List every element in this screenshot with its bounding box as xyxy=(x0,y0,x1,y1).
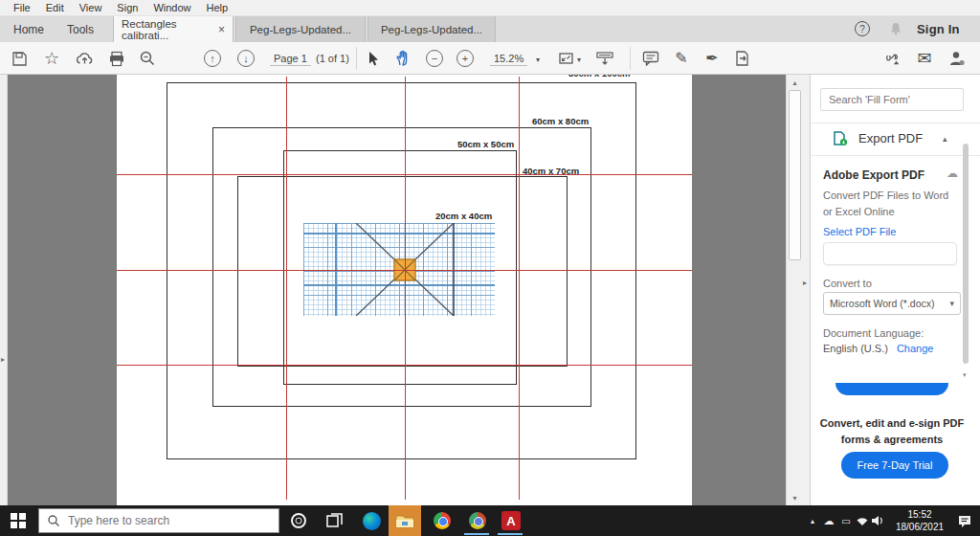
help-icon[interactable]: ? xyxy=(855,21,870,36)
fit-dropdown-icon[interactable]: ▾ xyxy=(577,56,581,64)
acrobat-icon[interactable]: A xyxy=(500,509,523,532)
panel-scrollbar[interactable]: ▾ xyxy=(962,124,969,397)
format-dropdown-value: Microsoft Word (*.docx) xyxy=(830,298,946,309)
wifi-icon[interactable] xyxy=(855,505,870,536)
page-number-input[interactable]: Page 1 xyxy=(270,53,311,66)
share-link-icon[interactable] xyxy=(882,49,902,68)
taskbar-search-input[interactable] xyxy=(68,514,250,527)
fill-form-search-input[interactable] xyxy=(820,88,964,111)
guide-line-vertical-center xyxy=(405,77,406,500)
tab-label: Rectangles calibrati... xyxy=(122,18,211,41)
change-language-link[interactable]: Change xyxy=(897,343,934,354)
comment-icon[interactable] xyxy=(641,49,660,68)
expand-left-panel-icon[interactable]: ▸ xyxy=(1,355,5,364)
fill-sign-icon[interactable]: ✒ xyxy=(702,49,722,68)
zoom-dropdown-icon[interactable]: ▾ xyxy=(536,56,540,64)
onedrive-cloud-icon[interactable]: ☁ xyxy=(821,505,836,536)
document-language-label: Document Language: xyxy=(823,327,924,339)
guide-line-horizontal-top xyxy=(117,174,692,175)
chrome-profile-icon[interactable] xyxy=(466,509,489,532)
convert-to-label: Convert to xyxy=(823,278,872,289)
chevron-down-icon: ▾ xyxy=(949,299,954,308)
tab-home[interactable]: Home xyxy=(6,16,52,42)
menu-window[interactable]: Window xyxy=(145,2,198,13)
close-icon[interactable]: × xyxy=(218,24,225,35)
sign-in-button[interactable]: Sign In xyxy=(917,22,960,36)
rect-label-80x100-cutoff: 80cm x 100cm xyxy=(568,75,630,78)
email-icon[interactable]: ✉ xyxy=(915,49,934,68)
export-pdf-icon xyxy=(832,130,849,147)
select-pdf-file-link[interactable]: Select PDF File xyxy=(823,226,896,237)
fit-width-icon[interactable] xyxy=(595,49,614,68)
date-label: 18/06/2021 xyxy=(890,521,949,533)
highlight-icon[interactable]: ✎ xyxy=(672,49,691,68)
guide-line-vertical-left xyxy=(286,77,287,500)
menu-sign[interactable]: Sign xyxy=(109,2,145,13)
left-panel-strip: ▸ xyxy=(0,75,8,505)
search-icon[interactable] xyxy=(138,49,157,68)
tab-bar: Home Tools Rectangles calibrati... × Peg… xyxy=(0,16,980,42)
taskbar-clock[interactable]: 15:52 18/06/2021 xyxy=(890,508,949,533)
volume-icon[interactable] xyxy=(870,505,885,536)
print-icon[interactable] xyxy=(107,49,126,68)
bell-icon[interactable] xyxy=(888,21,903,36)
previous-page-icon[interactable]: ↑ xyxy=(203,49,222,68)
start-button[interactable] xyxy=(11,513,26,528)
guide-line-vertical-right xyxy=(519,77,520,500)
cloud-service-icon: ☁ xyxy=(947,167,958,180)
menu-bar: File Edit View Sign Window Help xyxy=(0,0,980,16)
scroll-up-icon[interactable]: ▴ xyxy=(787,76,802,89)
file-explorer-icon[interactable] xyxy=(393,509,416,532)
windows-taskbar: A ▴ ☁ ▭ 15:52 18/06/2021 xyxy=(0,505,980,536)
rect-label-60x80: 60cm x 80cm xyxy=(532,116,589,126)
export-convert-icon[interactable] xyxy=(733,49,752,68)
tab-peg-legs-2[interactable]: Peg-Legs-Updated... xyxy=(368,16,496,42)
tab-rectangles-calibration[interactable]: Rectangles calibrati... × xyxy=(113,16,234,42)
action-center-icon[interactable] xyxy=(955,505,974,536)
zoom-level-input[interactable]: 15.2% xyxy=(490,53,527,66)
chrome-icon[interactable] xyxy=(431,509,454,532)
tray-expand-icon[interactable]: ▴ xyxy=(806,505,819,536)
select-tool-icon[interactable] xyxy=(364,49,383,68)
taskbar-search[interactable] xyxy=(38,508,279,533)
panel-scroll-down-icon[interactable]: ▾ xyxy=(963,371,967,379)
menu-edit[interactable]: Edit xyxy=(38,2,72,13)
menu-view[interactable]: View xyxy=(72,2,110,13)
scroll-down-icon[interactable]: ▾ xyxy=(787,491,802,504)
cloud-upload-icon[interactable] xyxy=(75,49,94,68)
page-fit-icon[interactable] xyxy=(557,49,576,68)
edge-browser-icon[interactable] xyxy=(360,509,383,532)
export-pdf-section-header[interactable]: Export PDF ▴ xyxy=(811,124,980,153)
document-scrollbar[interactable]: ▴ ▾ xyxy=(786,75,802,505)
menu-file[interactable]: File xyxy=(6,2,38,13)
convert-button-clipped[interactable] xyxy=(835,383,948,395)
format-dropdown[interactable]: Microsoft Word (*.docx) ▾ xyxy=(823,292,961,315)
task-view-icon[interactable] xyxy=(323,509,346,532)
tab-tools[interactable]: Tools xyxy=(56,16,105,42)
battery-icon[interactable]: ▭ xyxy=(838,505,854,536)
promo-text: Convert, edit and e-sign PDF forms & agr… xyxy=(811,415,973,447)
open-app-indicator xyxy=(464,533,489,535)
collapse-right-panel-icon[interactable]: ▸ xyxy=(803,279,807,287)
export-pdf-label: Export PDF xyxy=(858,131,923,145)
export-description: Convert PDF Files to Word or Excel Onlin… xyxy=(823,188,967,220)
zoom-out-icon[interactable]: − xyxy=(425,49,444,68)
account-person-icon[interactable] xyxy=(947,49,967,68)
cortana-icon[interactable] xyxy=(287,509,310,532)
save-icon[interactable] xyxy=(10,49,29,68)
chevron-up-icon[interactable]: ▴ xyxy=(943,134,947,144)
free-trial-button[interactable]: Free 7-Day Trial xyxy=(841,452,948,479)
selected-file-box[interactable] xyxy=(823,242,957,265)
zoom-in-icon[interactable]: + xyxy=(456,49,475,68)
open-app-indicator xyxy=(498,533,523,535)
scrollbar-thumb[interactable] xyxy=(789,90,801,260)
menu-help[interactable]: Help xyxy=(199,2,236,13)
tab-peg-legs-1[interactable]: Peg-Legs-Updated... xyxy=(235,16,366,42)
document-language-value: English (U.S.) xyxy=(823,343,888,354)
hand-tool-icon[interactable] xyxy=(393,49,412,68)
star-favorites-icon[interactable]: ☆ xyxy=(42,49,61,68)
rect-label-20x40: 20cm x 40cm xyxy=(435,211,492,221)
pdf-viewport[interactable]: 80cm x 100cm 60cm x 80cm 50cm x 50cm 40c… xyxy=(8,75,802,505)
panel-scrollbar-thumb[interactable] xyxy=(963,144,969,364)
next-page-icon[interactable]: ↓ xyxy=(236,49,256,68)
